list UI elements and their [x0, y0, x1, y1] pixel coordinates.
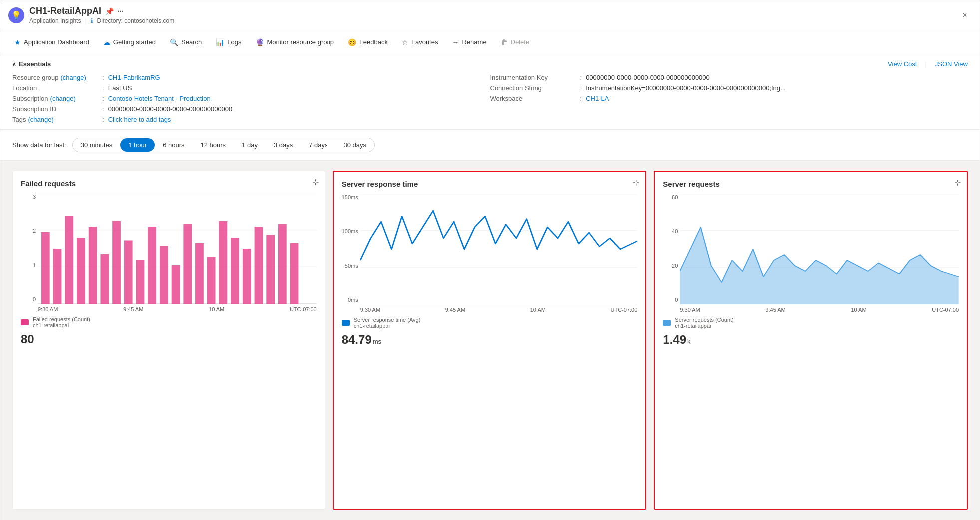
nav-app-dashboard[interactable]: ★ Application Dashboard [8, 35, 95, 49]
links-separator: | [925, 60, 926, 68]
tags-value-link[interactable]: Click here to add tags [108, 116, 171, 123]
sub-value-link[interactable]: Contoso Hotels Tenant - Production [108, 95, 211, 102]
svg-rect-14 [160, 246, 168, 304]
server-requests-pin[interactable]: ⊹ [954, 178, 961, 187]
tags-value: Click here to add tags [102, 116, 171, 123]
nav-logs[interactable]: 📊 Logs [210, 35, 247, 49]
nav-delete-label: Delete [511, 38, 530, 46]
nav-app-dashboard-label: Application Dashboard [24, 38, 89, 46]
essentials-right-col: Instrumentation Key 00000000-0000-0000-0… [490, 74, 968, 123]
time-pill-12h[interactable]: 12 hours [193, 138, 234, 152]
nav-getting-started-label: Getting started [113, 38, 156, 46]
tags-change-link[interactable]: (change) [28, 116, 53, 123]
server-requests-unit: k [687, 338, 691, 345]
rg-value-link[interactable]: CH1-FabrikamRG [108, 74, 160, 81]
svg-rect-13 [148, 227, 156, 304]
legend-color-sreq [663, 320, 671, 326]
server-requests-metric: 1.49 k [663, 333, 959, 347]
pin-icon[interactable]: 📌 [105, 7, 114, 15]
essentials-grid: Resource group (change) CH1-FabrikamRG L… [12, 74, 968, 123]
app-icon: 💡 [8, 7, 24, 23]
server-requests-chart-area: 9:30 AM 9:45 AM 10 AM UTC-07:00 [680, 194, 959, 313]
nav-rename-label: Rename [462, 38, 486, 46]
failed-requests-chart-area: 9:30 AM 9:45 AM 10 AM UTC-07:00 [38, 194, 317, 312]
server-response-time-card: Server response time ⊹ 150ms 100ms 50ms … [333, 171, 647, 510]
top-nav: ★ Application Dashboard ☁ Getting starte… [0, 30, 980, 54]
view-cost-link[interactable]: View Cost [888, 60, 917, 68]
close-button[interactable]: × [958, 8, 972, 22]
svg-rect-12 [136, 260, 145, 304]
y-label-1: 1 [33, 262, 36, 268]
server-requests-legend: Server requests (Count) ch1-retailappai [663, 317, 959, 329]
nav-delete[interactable]: 🗑 Delete [495, 35, 536, 49]
y-label-0-req: 0 [675, 297, 678, 303]
x-label-930: 9:30 AM [38, 306, 58, 312]
nav-monitor[interactable]: 🔮 Monitor resource group [250, 35, 340, 49]
essentials-row-subid: Subscription ID 00000000-0000-0000-0000-… [12, 105, 490, 113]
essentials-chevron: ∧ [12, 61, 16, 67]
rg-value: CH1-FabrikamRG [102, 74, 160, 81]
svg-rect-5 [53, 249, 62, 304]
cloud-icon: ☁ [103, 38, 110, 46]
x-label-945-sreq: 9:45 AM [765, 307, 785, 313]
legend-label-sreq: Server requests (Count) [675, 317, 733, 323]
time-pill-1d[interactable]: 1 day [234, 138, 266, 152]
x-label-utc-sr: UTC-07:00 [611, 307, 638, 313]
essentials-row-workspace: Workspace CH1-LA [490, 95, 968, 102]
sub-value: Contoso Hotels Tenant - Production [102, 95, 211, 102]
workspace-label: Workspace [490, 95, 580, 102]
server-response-title: Server response time [342, 180, 638, 188]
server-response-legend: Server response time (Avg) ch1-retailapp… [342, 317, 638, 329]
x-label-utc-sreq: UTC-07:00 [932, 307, 959, 313]
title-info: CH1-RetailAppAI 📌 ··· Application Insigh… [29, 6, 958, 24]
json-view-link[interactable]: JSON View [935, 60, 968, 68]
directory-label: Directory: contosohotels.com [97, 17, 175, 24]
failed-requests-pin[interactable]: ⊹ [312, 177, 319, 187]
x-label-10-sr: 10 AM [530, 307, 546, 313]
sub-label: Subscription (change) [12, 95, 102, 102]
legend-text-sreq: Server requests (Count) ch1-retailappai [675, 317, 733, 329]
more-options-icon[interactable]: ··· [118, 7, 124, 15]
nav-feedback[interactable]: 😊 Feedback [342, 35, 394, 49]
legend-text-failed: Failed requests (Count) ch1-retailappai [33, 316, 90, 328]
ikey-value: 00000000-0000-0000-0000-000000000000 [580, 74, 710, 81]
info-icon[interactable]: ℹ [91, 17, 93, 24]
svg-rect-24 [278, 224, 287, 304]
sub-change-link[interactable]: (change) [50, 95, 76, 102]
legend-sub-sr: ch1-retailappai [354, 323, 421, 329]
time-pill-3d[interactable]: 3 days [266, 138, 301, 152]
delete-icon: 🗑 [501, 38, 508, 46]
location-label: Location [12, 84, 102, 92]
time-pill-30d[interactable]: 30 days [336, 138, 375, 152]
server-requests-x-labels: 9:30 AM 9:45 AM 10 AM UTC-07:00 [680, 307, 959, 313]
failed-requests-x-labels: 9:30 AM 9:45 AM 10 AM UTC-07:00 [38, 306, 317, 312]
svg-rect-18 [207, 257, 216, 304]
time-pill-1h[interactable]: 1 hour [120, 138, 155, 152]
workspace-value-link[interactable]: CH1-LA [586, 95, 609, 102]
server-requests-svg [680, 194, 959, 304]
nav-favorites[interactable]: ☆ Favorites [396, 35, 444, 49]
essentials-row-sub: Subscription (change) Contoso Hotels Ten… [12, 95, 490, 102]
subid-label: Subscription ID [12, 105, 102, 113]
nav-search[interactable]: 🔍 Search [164, 35, 208, 49]
essentials-row-connstr: Connection String InstrumentationKey=000… [490, 84, 968, 92]
time-pill-7d[interactable]: 7 days [301, 138, 335, 152]
workspace-value: CH1-LA [580, 95, 609, 102]
essentials-title[interactable]: ∧ Essentials [12, 60, 51, 68]
rg-change-link[interactable]: (change) [61, 74, 86, 81]
svg-rect-11 [124, 241, 133, 304]
server-requests-value: 1.49 k [663, 333, 959, 347]
y-label-60: 60 [672, 194, 678, 200]
nav-search-label: Search [181, 38, 202, 46]
time-filter-label: Show data for last: [12, 141, 66, 149]
time-pill-6h[interactable]: 6 hours [155, 138, 192, 152]
server-response-pin[interactable]: ⊹ [633, 178, 639, 187]
legend-sub-sreq: ch1-retailappai [675, 323, 733, 329]
nav-getting-started[interactable]: ☁ Getting started [97, 35, 162, 49]
server-requests-number: 1.49 [663, 333, 686, 347]
failed-requests-metric: 80 [21, 332, 317, 346]
server-requests-card: Server requests ⊹ 60 40 20 0 [654, 171, 968, 510]
nav-rename[interactable]: → Rename [446, 35, 492, 49]
legend-label-sr: Server response time (Avg) [354, 317, 421, 323]
time-pill-30m[interactable]: 30 minutes [73, 138, 121, 152]
